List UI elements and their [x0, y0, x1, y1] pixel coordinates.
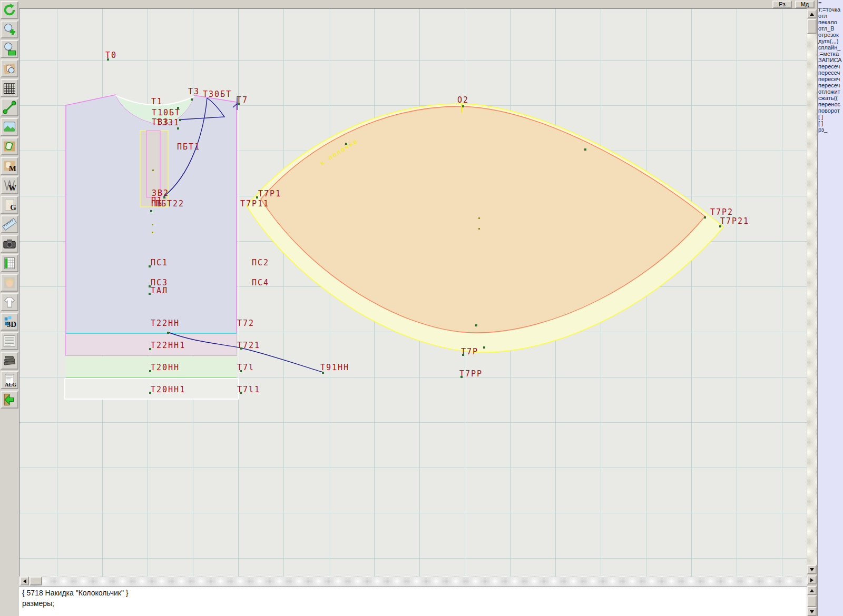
drawing-canvas[interactable]: Т0Т1Т3Т30БТТ7Т10БТТВЗТ3З1ПБТ1ЗВ2П1ПБПБТ2…	[19, 8, 807, 577]
canvas-scroll-left-button[interactable]	[20, 577, 29, 585]
command-item[interactable]: отл	[818, 13, 843, 19]
grid-icon	[2, 81, 17, 95]
md-mode-button[interactable]: Мд	[795, 1, 815, 8]
text-list-icon	[2, 334, 17, 349]
measurements-label: M	[9, 164, 16, 173]
command-item[interactable]: :=метка	[818, 51, 843, 57]
zoom-in-icon	[2, 22, 17, 37]
grading-label: G	[10, 203, 16, 212]
garment-icon	[2, 295, 17, 310]
algorithm-label: ALG	[5, 382, 16, 388]
command-panel: =т:=точкаотлпекалоотл_Вотрезокдуга(,,,)с…	[817, 0, 843, 616]
zoom-region-icon	[2, 42, 17, 56]
right-arrow-icon	[810, 578, 813, 582]
program-text-line1: { 5718 Накидка "Колокольчик" }	[22, 588, 807, 598]
workspace-label: W	[8, 184, 16, 193]
pattern-drawing	[19, 9, 807, 577]
down-arrow-icon	[810, 568, 814, 571]
command-item[interactable]: рз_	[818, 126, 843, 133]
command-item[interactable]: пересеч	[818, 69, 843, 76]
measurements-button[interactable]: M	[1, 157, 18, 175]
image-icon	[2, 120, 17, 134]
grading-button[interactable]: G	[1, 196, 18, 214]
view-3d-label: 3D	[7, 320, 16, 329]
top-strip: Рз Мд	[19, 0, 817, 8]
canvas-scroll-right-button[interactable]	[807, 575, 817, 584]
command-item[interactable]: отл_В	[818, 25, 843, 32]
canvas-hscroll-thumb[interactable]	[30, 577, 42, 585]
command-item[interactable]: [ ]	[818, 120, 843, 126]
pattern-piece-button[interactable]	[1, 137, 18, 155]
textpane-scroll-up-button[interactable]	[807, 586, 817, 595]
spreadsheet-button[interactable]	[1, 254, 18, 272]
view-3d-button[interactable]: 3D	[1, 313, 18, 331]
command-item[interactable]: т:=точка	[818, 6, 843, 13]
spreadsheet-icon	[2, 256, 17, 271]
image-button[interactable]	[1, 118, 18, 136]
left-toolbar: MWG3DALG	[0, 0, 19, 616]
command-item[interactable]: сжать((	[818, 95, 843, 101]
command-item[interactable]: дуга(,,,)	[818, 38, 843, 44]
textpane-vscroll-thumb[interactable]	[807, 595, 817, 607]
exit-button[interactable]	[1, 391, 18, 409]
archive-button[interactable]	[1, 352, 18, 370]
pattern-piece-icon	[2, 139, 17, 154]
zoom-region-button[interactable]	[1, 40, 18, 58]
model-photo-icon	[2, 275, 17, 290]
canvas-vscroll-thumb[interactable]	[807, 19, 817, 34]
pattern-cad-app: { "window": { "mode_buttons": ["Рз", "Мд…	[0, 0, 843, 616]
ruler-icon	[2, 217, 17, 232]
dart-yellow-rect	[140, 131, 168, 207]
text-list-button[interactable]	[1, 332, 18, 350]
archive-icon	[2, 353, 17, 368]
undo-refresh-icon	[2, 3, 17, 17]
command-item[interactable]: =	[818, 0, 843, 6]
textpane-scroll-down-button[interactable]	[807, 607, 817, 616]
view-piece-button[interactable]	[1, 59, 18, 77]
command-item[interactable]: отрезок	[818, 32, 843, 38]
command-item[interactable]: пересеч	[818, 76, 843, 82]
measure-line-icon	[2, 100, 17, 115]
camera-icon	[2, 236, 17, 251]
command-item[interactable]: [ ]	[818, 114, 843, 120]
command-item[interactable]: пересеч	[818, 82, 843, 88]
algorithm-button[interactable]: ALG	[1, 371, 18, 389]
camera-button[interactable]	[1, 235, 18, 253]
left-arrow-icon	[23, 579, 26, 583]
command-item[interactable]: сплайн_	[818, 44, 843, 51]
zoom-in-button[interactable]	[1, 21, 18, 38]
model-photo-button[interactable]	[1, 274, 18, 292]
rz-mode-button[interactable]: Рз	[772, 1, 792, 8]
command-item[interactable]: перенос	[818, 101, 843, 107]
command-item[interactable]: отложит	[818, 88, 843, 95]
up-arrow-icon	[810, 13, 814, 16]
canvas-scroll-down-button[interactable]	[807, 565, 817, 574]
down-arrow-icon	[810, 610, 814, 613]
undo-refresh-button[interactable]	[1, 1, 18, 19]
up-arrow-icon	[810, 589, 814, 592]
canvas-hscroll-track[interactable]	[19, 577, 807, 586]
garment-button[interactable]	[1, 293, 18, 311]
bodice-pink-band	[66, 333, 237, 355]
exit-icon	[2, 392, 17, 407]
canvas-vscroll-track[interactable]	[807, 34, 817, 565]
workspace-button[interactable]: W	[1, 176, 18, 194]
command-item[interactable]: поворот	[818, 107, 843, 114]
command-item[interactable]: пересеч	[818, 63, 843, 69]
canvas-scroll-up-button[interactable]	[807, 9, 817, 18]
bodice-white-band	[65, 379, 239, 399]
program-text-line2: размеры;	[22, 598, 807, 609]
view-piece-icon	[2, 61, 17, 76]
bodice-green-band	[66, 356, 237, 377]
measure-line-button[interactable]	[1, 98, 18, 116]
command-item[interactable]: ЗАПИСА	[818, 57, 843, 63]
grid-button[interactable]	[1, 79, 18, 97]
program-text-pane[interactable]: { 5718 Накидка "Колокольчик" } размеры;	[19, 586, 807, 616]
command-item[interactable]: пекало	[818, 19, 843, 25]
ruler-button[interactable]	[1, 215, 18, 233]
